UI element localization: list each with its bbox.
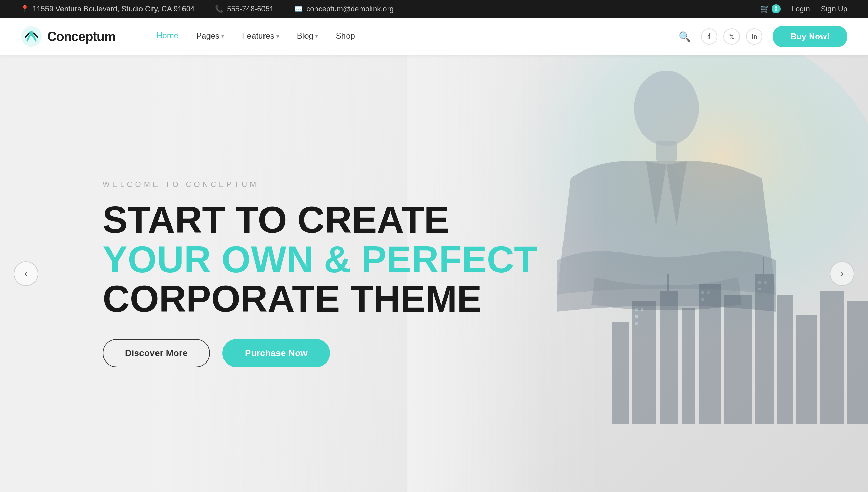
topbar: 📍 11559 Ventura Boulevard, Studio City, … — [0, 0, 868, 18]
hero-content: WELCOME TO CONCEPTUM START TO CREATE YOU… — [0, 180, 537, 367]
logo[interactable]: Conceptum — [21, 26, 116, 47]
facebook-icon: f — [708, 32, 710, 41]
chevron-down-icon: ▾ — [315, 33, 318, 39]
twitter-icon: 𝕏 — [729, 32, 734, 41]
nav-item-blog[interactable]: Blog ▾ — [297, 31, 318, 42]
logo-text: Conceptum — [47, 29, 116, 44]
cart-button[interactable]: 🛒 0 — [760, 4, 781, 13]
topbar-right: 🛒 0 Login Sign Up — [760, 4, 847, 13]
hero-line3: CORPORATE THEME — [103, 277, 482, 319]
linkedin-icon: in — [751, 33, 757, 40]
chevron-left-icon: ‹ — [24, 268, 27, 279]
hero-line2: YOUR OWN & PERFECT — [103, 238, 537, 280]
chevron-right-icon: › — [840, 268, 843, 279]
buy-now-button[interactable]: Buy Now! — [773, 26, 847, 47]
hero-section: ‹ WELCOME TO CONCEPTUM START TO CREATE Y… — [0, 55, 868, 492]
email-icon: ✉️ — [294, 5, 303, 13]
topbar-phone: 📞 555-748-6051 — [215, 4, 274, 13]
cart-icon: 🛒 — [760, 4, 770, 13]
carousel-prev-button[interactable]: ‹ — [14, 261, 38, 286]
discover-more-button[interactable]: Discover More — [103, 339, 210, 367]
topbar-email: ✉️ conceptum@demolink.org — [294, 4, 394, 13]
navbar: Conceptum Home Pages ▾ Features ▾ Blog ▾… — [0, 18, 868, 55]
nav-menu: Home Pages ▾ Features ▾ Blog ▾ Shop — [157, 31, 355, 42]
hero-title: START TO CREATE YOUR OWN & PERFECT CORPO… — [103, 200, 537, 318]
topbar-address: 📍 11559 Ventura Boulevard, Studio City, … — [21, 4, 194, 13]
nav-item-shop[interactable]: Shop — [336, 31, 355, 42]
carousel-next-button[interactable]: › — [830, 261, 854, 286]
social-icons: f 𝕏 in — [701, 28, 762, 45]
nav-item-pages[interactable]: Pages ▾ — [196, 31, 224, 42]
nav-item-home[interactable]: Home — [157, 31, 178, 42]
linkedin-link[interactable]: in — [746, 28, 762, 45]
login-link[interactable]: Login — [791, 4, 810, 13]
signup-link[interactable]: Sign Up — [821, 4, 847, 13]
purchase-now-button[interactable]: Purchase Now — [222, 339, 330, 367]
svg-point-1 — [29, 31, 33, 35]
phone-icon: 📞 — [215, 5, 223, 13]
cart-badge: 0 — [772, 4, 781, 13]
svg-point-0 — [21, 26, 42, 47]
twitter-link[interactable]: 𝕏 — [723, 28, 740, 45]
hero-eyebrow: WELCOME TO CONCEPTUM — [103, 180, 537, 189]
chevron-down-icon: ▾ — [221, 33, 224, 39]
location-icon: 📍 — [21, 5, 29, 13]
logo-icon — [21, 26, 42, 47]
search-button[interactable]: 🔍 — [679, 31, 691, 42]
chevron-down-icon: ▾ — [276, 33, 279, 39]
hero-buttons: Discover More Purchase Now — [103, 339, 537, 367]
facebook-link[interactable]: f — [701, 28, 717, 45]
nav-right: 🔍 f 𝕏 in Buy Now! — [679, 26, 847, 47]
nav-item-features[interactable]: Features ▾ — [242, 31, 279, 42]
hero-line1: START TO CREATE — [103, 199, 449, 241]
